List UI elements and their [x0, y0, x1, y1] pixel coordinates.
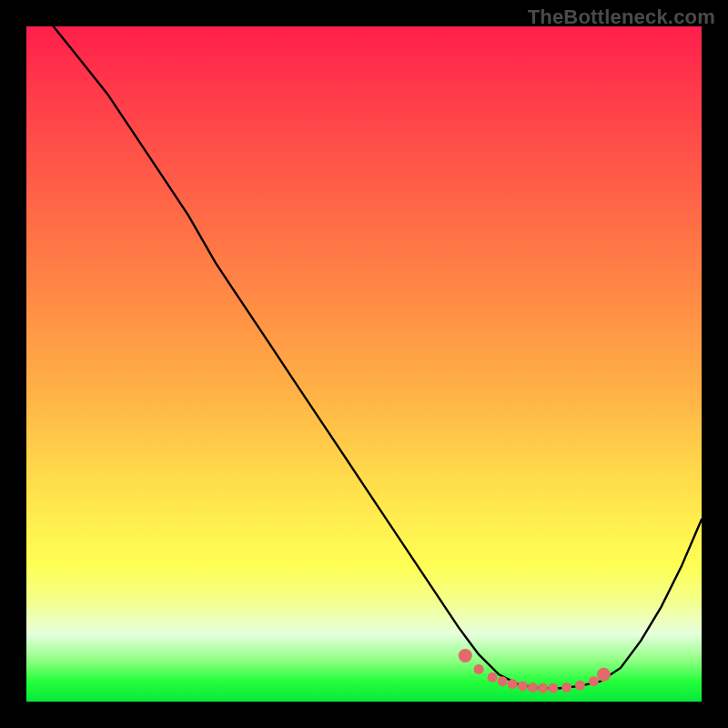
highlight-dot — [597, 668, 611, 682]
highlight-dot — [575, 681, 585, 691]
highlight-dot — [488, 672, 498, 682]
highlight-dot — [474, 664, 484, 674]
highlight-dot — [538, 683, 548, 693]
highlight-dot — [589, 676, 599, 686]
watermark-text: TheBottleneck.com — [528, 5, 715, 29]
highlight-dot — [548, 683, 558, 693]
highlight-dot — [561, 682, 571, 693]
highlight-dot — [528, 682, 538, 693]
plot-area — [26, 26, 702, 702]
highlight-dot — [508, 679, 518, 689]
highlight-dot — [518, 681, 528, 691]
curve-svg — [26, 26, 702, 702]
chart-frame: TheBottleneck.com — [0, 0, 728, 728]
highlight-dot — [498, 676, 508, 686]
bottleneck-curve — [54, 26, 702, 688]
highlight-dot — [459, 649, 472, 662]
